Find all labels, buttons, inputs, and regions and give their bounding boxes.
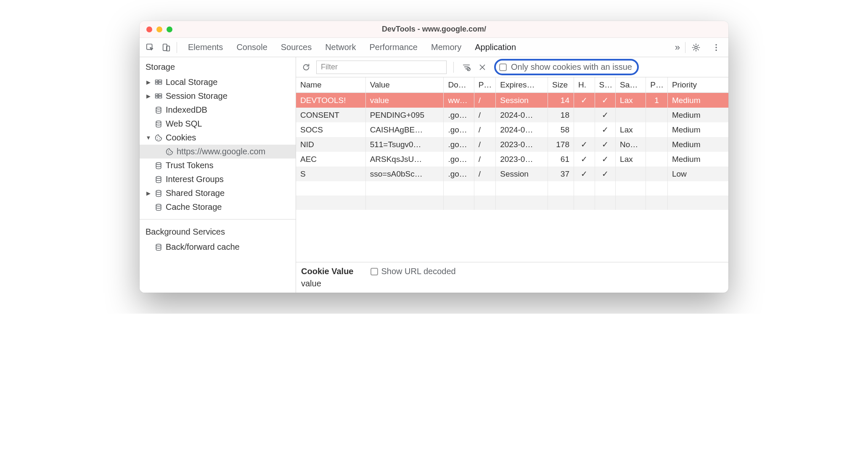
cell-size: 14	[548, 93, 574, 108]
cell-size: 18	[548, 108, 574, 122]
cell-value: PENDING+095	[365, 108, 444, 122]
svg-rect-7	[156, 80, 158, 82]
svg-point-16	[156, 121, 161, 123]
sidebar-item-label: Trust Tokens	[166, 161, 213, 170]
chevron-right-icon[interactable]: ▶	[146, 190, 151, 196]
svg-rect-10	[159, 82, 162, 84]
column-header[interactable]: Size	[548, 77, 574, 93]
filter-input[interactable]	[316, 61, 447, 74]
cell-size: 61	[548, 152, 574, 167]
chevron-right-icon[interactable]: ▶	[146, 93, 151, 99]
cell-value: sso=sA0bSc…	[365, 167, 444, 181]
separator	[177, 42, 177, 53]
table-header-row: NameValueDo…P…Expires…SizeH.S…Sa…P…Prior…	[296, 77, 728, 93]
cell-partition	[646, 137, 668, 152]
only-show-issues-toggle[interactable]: Only show cookies with an issue	[494, 59, 639, 75]
chevron-down-icon[interactable]: ▼	[146, 135, 151, 141]
sidebar-item-trust-tokens[interactable]: Trust Tokens	[140, 159, 296, 172]
minimize-window-button[interactable]	[156, 26, 162, 32]
sidebar-item-cache-storage[interactable]: Cache Storage	[140, 200, 296, 214]
sidebar-item-local-storage[interactable]: ▶Local Storage	[140, 75, 296, 89]
bg-tree: Back/forward cache	[140, 240, 296, 256]
table-row[interactable]: SOCSCAISHAgBE….go…/2024-0…58✓LaxMedium	[296, 122, 728, 137]
grid-icon	[154, 92, 163, 100]
tab-network[interactable]: Network	[324, 39, 357, 56]
maximize-window-button[interactable]	[167, 26, 172, 32]
sidebar-item-indexeddb[interactable]: IndexedDB	[140, 103, 296, 117]
tab-application[interactable]: Application	[474, 39, 517, 56]
sidebar-item-cookies[interactable]: ▼Cookies	[140, 131, 296, 145]
column-header[interactable]: P…	[474, 77, 496, 93]
column-header[interactable]: Priority	[667, 77, 728, 93]
clear-all-icon[interactable]	[476, 61, 488, 73]
svg-point-19	[157, 139, 158, 140]
svg-rect-11	[156, 94, 158, 95]
refresh-icon[interactable]	[300, 61, 312, 73]
tab-memory[interactable]: Memory	[430, 39, 462, 56]
svg-rect-0	[147, 44, 152, 49]
cookie-icon	[154, 134, 163, 142]
cell-partition	[646, 122, 668, 137]
cell-secure: ✓	[595, 152, 616, 167]
settings-icon[interactable]	[690, 41, 702, 54]
chevron-right-icon[interactable]: ▶	[146, 79, 151, 85]
sidebar-item-shared-storage[interactable]: ▶Shared Storage	[140, 186, 296, 200]
cell-http: ✓	[574, 152, 595, 167]
cell-samesite: Lax	[616, 152, 646, 167]
sidebar-divider	[140, 219, 296, 219]
tab-sources[interactable]: Sources	[280, 39, 312, 56]
cell-path: /	[474, 108, 496, 122]
sidebar-item-back-forward-cache[interactable]: Back/forward cache	[140, 240, 296, 254]
cookies-panel: Only show cookies with an issue NameValu…	[296, 57, 728, 293]
close-window-button[interactable]	[146, 26, 152, 32]
tab-console[interactable]: Console	[236, 39, 268, 56]
sidebar: Storage ▶Local Storage▶Session StorageIn…	[140, 57, 296, 293]
cookie-icon	[165, 148, 174, 156]
kebab-menu-icon[interactable]	[710, 41, 722, 54]
sidebar-item-session-storage[interactable]: ▶Session Storage	[140, 89, 296, 103]
main-toolbar: ElementsConsoleSourcesNetworkPerformance…	[140, 38, 728, 57]
table-row[interactable]: Ssso=sA0bSc….go…/Session37✓✓Low	[296, 167, 728, 181]
tab-performance[interactable]: Performance	[369, 39, 419, 56]
cell-path: /	[474, 137, 496, 152]
table-row-empty	[296, 181, 728, 196]
column-header[interactable]: Sa…	[616, 77, 646, 93]
more-panels-button[interactable]: »	[672, 42, 683, 53]
table-row[interactable]: DEVTOOLS!valueww…/Session14✓✓Lax1Medium	[296, 93, 728, 108]
svg-point-15	[156, 107, 161, 109]
cell-http	[574, 122, 595, 137]
clear-filter-icon[interactable]	[460, 61, 472, 73]
filter-bar: Only show cookies with an issue	[296, 57, 728, 77]
cell-value: ARSKqsJsU…	[365, 152, 444, 167]
column-header[interactable]: Value	[365, 77, 444, 93]
column-header[interactable]: Do…	[444, 77, 474, 93]
table-row[interactable]: CONSENTPENDING+095.go…/2024-0…18✓Medium	[296, 108, 728, 122]
svg-point-27	[156, 244, 161, 246]
cell-priority: Medium	[667, 122, 728, 137]
sidebar-item-https-www-google-com[interactable]: https://www.google.com	[140, 145, 296, 159]
tab-elements[interactable]: Elements	[187, 39, 224, 56]
sidebar-item-label: Shared Storage	[166, 188, 225, 198]
cell-domain: .go…	[444, 137, 474, 152]
column-header[interactable]: H.	[574, 77, 595, 93]
svg-point-3	[695, 46, 697, 49]
column-header[interactable]: Expires…	[496, 77, 548, 93]
inspect-element-icon[interactable]	[144, 41, 156, 54]
cell-expires: 2023-0…	[496, 152, 548, 167]
show-url-decoded-toggle[interactable]: Show URL decoded	[370, 267, 456, 276]
table-row[interactable]: AECARSKqsJsU….go…/2023-0…61✓✓LaxMedium	[296, 152, 728, 167]
sidebar-item-interest-groups[interactable]: Interest Groups	[140, 172, 296, 186]
cookies-table-wrap[interactable]: NameValueDo…P…Expires…SizeH.S…Sa…P…Prior…	[296, 77, 728, 262]
sidebar-item-web-sql[interactable]: Web SQL	[140, 117, 296, 131]
devtools-window: DevTools - www.google.com/ ElementsConso…	[140, 21, 728, 293]
column-header[interactable]: S…	[595, 77, 616, 93]
db-icon	[154, 243, 163, 251]
cell-priority: Low	[667, 167, 728, 181]
column-header[interactable]: Name	[296, 77, 365, 93]
svg-point-4	[715, 44, 717, 45]
table-row[interactable]: NID511=Tsugv0….go…/2023-0…178✓✓No…Medium	[296, 137, 728, 152]
separator	[453, 62, 454, 73]
device-toolbar-icon[interactable]	[160, 41, 172, 54]
column-header[interactable]: P…	[646, 77, 668, 93]
svg-rect-14	[159, 96, 162, 98]
